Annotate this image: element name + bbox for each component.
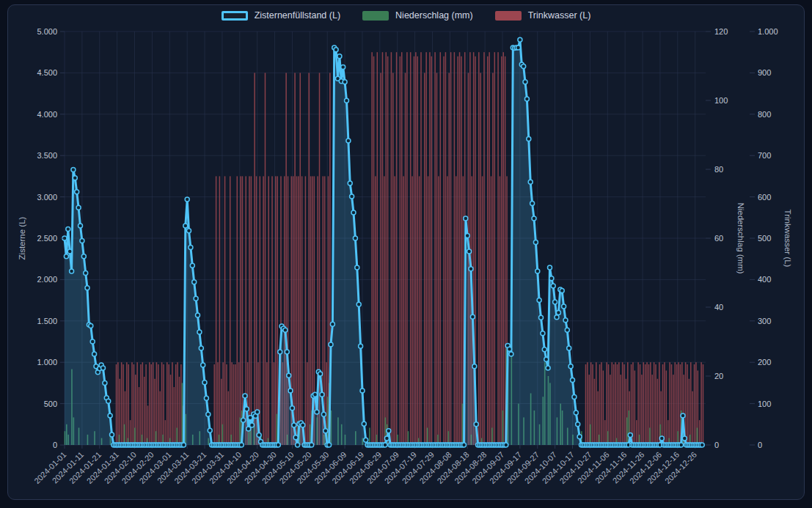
svg-text:100: 100 [714,96,728,105]
svg-text:4.500: 4.500 [37,68,57,77]
svg-text:60: 60 [714,234,723,243]
legend-swatch-trinkwasser [495,11,522,21]
svg-text:1.000: 1.000 [758,27,778,36]
legend-item-niederschlag[interactable]: Niederschlag (mm) [362,10,473,21]
svg-text:3.500: 3.500 [37,151,57,160]
svg-text:20: 20 [714,372,723,380]
svg-text:500: 500 [44,400,57,408]
svg-text:700: 700 [758,151,771,160]
svg-text:300: 300 [758,317,771,325]
svg-text:0: 0 [714,441,719,449]
legend-item-zisternenfuellstand[interactable]: Zisternenfüllstand (L) [222,10,340,21]
legend-item-trinkwasser[interactable]: Trinkwasser (L) [495,10,591,21]
svg-text:900: 900 [758,68,771,77]
svg-text:2.500: 2.500 [37,234,57,243]
grid-lines [65,32,706,449]
legend-label-niederschlag: Niederschlag (mm) [395,10,473,21]
svg-text:1.500: 1.500 [37,317,57,325]
svg-text:800: 800 [758,110,771,119]
y-axis-title-trinkwasser: Trinkwasser (L) [783,200,792,276]
svg-text:80: 80 [714,165,723,174]
svg-text:5.000: 5.000 [37,27,57,36]
svg-text:120: 120 [714,27,728,36]
svg-text:3.000: 3.000 [37,193,57,202]
svg-text:400: 400 [758,275,771,284]
legend-label-trinkwasser: Trinkwasser (L) [528,10,591,21]
legend-swatch-zisternenfuellstand [222,11,248,21]
svg-text:500: 500 [758,234,771,243]
legend-swatch-niederschlag [362,11,389,21]
svg-text:4.000: 4.000 [37,110,57,119]
svg-text:0: 0 [53,441,57,449]
x-axis-labels: 2024-01-012024-01-112024-01-212024-01-31… [32,450,698,485]
svg-text:600: 600 [758,193,771,202]
svg-text:100: 100 [758,400,771,408]
svg-text:40: 40 [714,303,723,312]
legend-label-zisternenfuellstand: Zisternenfüllstand (L) [255,10,340,21]
svg-text:200: 200 [758,358,771,367]
y-axis-title-zisterne: Zisterne (L) [18,200,26,276]
svg-text:0: 0 [758,441,762,449]
chart-legend: Zisternenfüllstand (L) Niederschlag (mm)… [0,10,812,21]
svg-text:1.000: 1.000 [37,358,57,367]
y-axis-title-niederschlag: Niederschlag (mm) [736,198,745,279]
chart-canvas[interactable]: 05001.0001.5002.0002.5003.0003.5004.0004… [0,0,812,508]
svg-text:2.000: 2.000 [37,275,57,284]
